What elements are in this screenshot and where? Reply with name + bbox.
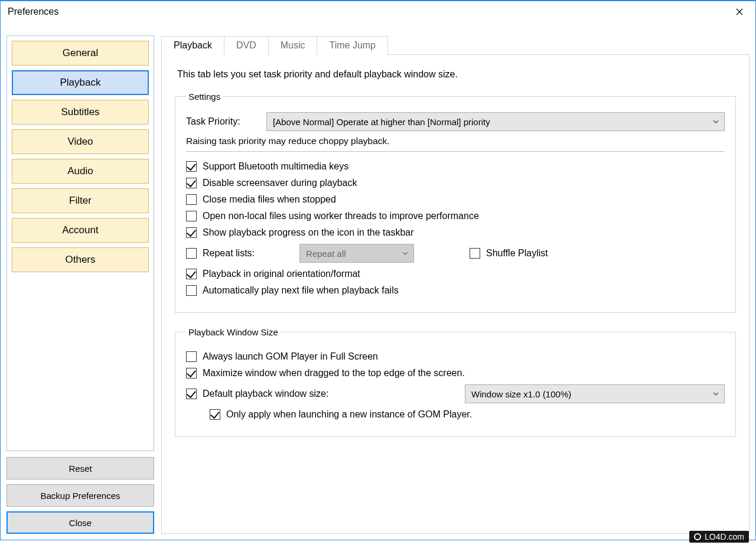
sidebar-item-label: Audio	[67, 165, 93, 177]
titlebar: Preferences	[1, 1, 755, 22]
sidebar-item-playback[interactable]: Playback	[12, 70, 149, 95]
window-close-button[interactable]	[726, 3, 753, 21]
repeat-row: Repeat lists: Repeat all Shuffle Playlis…	[186, 244, 725, 263]
check-default-window-size[interactable]	[186, 389, 197, 399]
sidebar-item-subtitles[interactable]: Subtitles	[12, 100, 149, 125]
window-size-group: Playback Window Size Always launch GOM P…	[175, 327, 736, 437]
check-repeat-lists[interactable]	[186, 248, 197, 259]
checkbox[interactable]	[186, 178, 197, 188]
task-priority-row: Task Priority: [Above Normal] Operate at…	[186, 112, 725, 131]
checkbox-label: Support Bluetooth multimedia keys	[203, 161, 348, 172]
checkbox[interactable]	[186, 368, 197, 378]
sidebar-item-general[interactable]: General	[12, 41, 149, 66]
dropdown-value: [Above Normal] Operate at higher than [N…	[273, 117, 490, 127]
sidebar-item-label: Others	[65, 254, 95, 266]
watermark-text: LO4D.com	[705, 532, 744, 541]
check-bluetooth[interactable]: Support Bluetooth multimedia keys	[186, 161, 725, 172]
sidebar-item-filter[interactable]: Filter	[12, 188, 149, 213]
checkbox[interactable]	[186, 351, 197, 362]
checkbox[interactable]	[186, 194, 197, 205]
tab-playback[interactable]: Playback	[161, 36, 224, 55]
sidebar-item-account[interactable]: Account	[12, 218, 149, 243]
tab-time-jump[interactable]: Time Jump	[317, 36, 388, 55]
checkbox[interactable]	[470, 248, 480, 259]
checkbox[interactable]	[210, 409, 220, 420]
tab-label: Time Jump	[329, 40, 376, 50]
checkbox-label: Default playback window size:	[203, 389, 328, 399]
backup-preferences-button[interactable]: Backup Preferences	[6, 484, 154, 507]
check-shuffle[interactable]: Shuffle Playlist	[470, 248, 548, 259]
check-fullscreen[interactable]: Always launch GOM Player in Full Screen	[186, 351, 725, 362]
check-close-on-stop[interactable]: Close media files when stopped	[186, 194, 725, 205]
check-only-new-instance[interactable]: Only apply when launching a new instance…	[210, 409, 725, 420]
check-maximize-top-edge[interactable]: Maximize window when dragged to the top …	[186, 368, 725, 378]
window-title: Preferences	[8, 6, 726, 17]
sidebar-item-label: Subtitles	[61, 106, 99, 118]
globe-icon	[694, 533, 701, 540]
sidebar-item-label: Playback	[60, 77, 101, 89]
default-window-size-dropdown[interactable]: Window size x1.0 (100%)	[465, 384, 725, 403]
window-body: General Playback Subtitles Video Audio F…	[1, 22, 755, 540]
preferences-window: Preferences General Playback Subtitles V…	[0, 0, 756, 540]
check-worker-threads[interactable]: Open non-local files using worker thread…	[186, 211, 725, 221]
checkbox[interactable]	[186, 161, 197, 172]
close-button[interactable]: Close	[6, 511, 154, 534]
checkbox-label: Disable screensaver during playback	[203, 178, 357, 188]
button-label: Close	[69, 518, 92, 528]
checkbox[interactable]	[186, 285, 197, 296]
task-priority-note: Raising task priority may reduce choppy …	[186, 136, 725, 146]
checkbox-label: Close media files when stopped	[203, 194, 336, 205]
sidebar-actions: Reset Backup Preferences Close	[6, 457, 154, 534]
tab-content: This tab lets you set task priority and …	[161, 54, 750, 534]
sidebar-item-label: Video	[67, 136, 93, 148]
checkbox-label: Playback in original orientation/format	[203, 269, 360, 279]
chevron-down-icon	[712, 118, 719, 125]
source-watermark: LO4D.com	[689, 531, 749, 543]
checkbox[interactable]	[186, 227, 197, 238]
checkbox-label: Always launch GOM Player in Full Screen	[203, 351, 378, 362]
tab-label: DVD	[236, 40, 256, 50]
sidebar-item-video[interactable]: Video	[12, 129, 149, 154]
close-icon	[736, 8, 743, 15]
settings-legend: Settings	[186, 92, 223, 102]
check-screensaver[interactable]: Disable screensaver during playback	[186, 178, 725, 188]
tab-label: Music	[281, 40, 305, 50]
repeat-mode-dropdown[interactable]: Repeat all	[299, 244, 414, 263]
task-priority-label: Task Priority:	[186, 116, 258, 127]
tab-bar: Playback DVD Music Time Jump	[161, 35, 750, 54]
checkbox[interactable]	[186, 269, 197, 279]
chevron-down-icon	[402, 250, 409, 257]
settings-group: Settings Task Priority: [Above Normal] O…	[175, 92, 736, 313]
tab-label: Playback	[174, 40, 212, 50]
checkbox[interactable]	[186, 211, 197, 221]
dropdown-value: Window size x1.0 (100%)	[471, 389, 571, 399]
window-size-legend: Playback Window Size	[186, 327, 281, 337]
sidebar-item-others[interactable]: Others	[12, 247, 149, 272]
sidebar-item-label: General	[63, 47, 98, 59]
sidebar: General Playback Subtitles Video Audio F…	[6, 22, 154, 534]
checkbox-label: Show playback progress on the icon in th…	[203, 227, 414, 238]
check-orientation[interactable]: Playback in original orientation/format	[186, 269, 725, 279]
checkbox-label: Automatically play next file when playba…	[203, 285, 399, 296]
dropdown-value: Repeat all	[306, 249, 346, 259]
button-label: Reset	[69, 464, 92, 474]
check-taskbar-progress[interactable]: Show playback progress on the icon in th…	[186, 227, 725, 238]
sidebar-item-label: Filter	[69, 195, 92, 207]
sidebar-item-audio[interactable]: Audio	[12, 159, 149, 184]
checkbox-label: Repeat lists:	[203, 248, 255, 259]
sidebar-nav: General Playback Subtitles Video Audio F…	[6, 35, 154, 451]
default-window-size-row: Default playback window size: Window siz…	[186, 384, 725, 403]
tab-music[interactable]: Music	[268, 36, 318, 55]
tab-description: This tab lets you set task priority and …	[177, 69, 736, 80]
task-priority-dropdown[interactable]: [Above Normal] Operate at higher than [N…	[266, 112, 725, 131]
chevron-down-icon	[712, 390, 719, 397]
check-auto-next[interactable]: Automatically play next file when playba…	[186, 285, 725, 296]
tab-dvd[interactable]: DVD	[224, 36, 269, 55]
checkbox-label: Maximize window when dragged to the top …	[203, 368, 465, 378]
sidebar-item-label: Account	[62, 224, 98, 236]
main-panel: Playback DVD Music Time Jump This tab le…	[161, 22, 750, 534]
reset-button[interactable]: Reset	[6, 457, 154, 479]
separator	[186, 151, 725, 152]
checkbox-label: Open non-local files using worker thread…	[203, 211, 479, 221]
checkbox-label: Only apply when launching a new instance…	[226, 409, 472, 420]
